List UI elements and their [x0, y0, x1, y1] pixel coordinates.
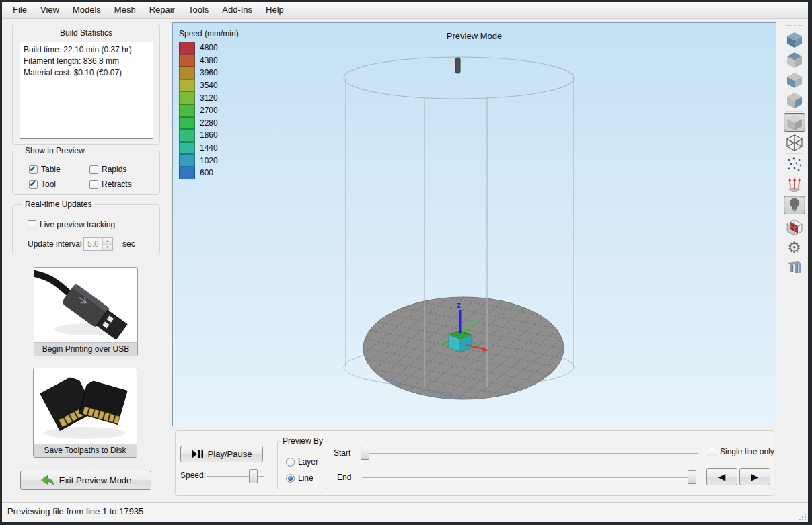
play-pause-button[interactable]: Play/Pause — [180, 446, 263, 462]
start-slider-thumb[interactable] — [361, 446, 369, 460]
menu-item-file[interactable]: File — [6, 2, 34, 18]
legend-entry: 1860 — [179, 129, 239, 142]
line-radio-row[interactable]: Line — [286, 473, 313, 483]
preview-mode-title: Preview Mode — [173, 31, 776, 41]
legend-entry: 4380 — [179, 54, 239, 67]
menu-item-repair[interactable]: Repair — [143, 2, 182, 18]
stat-filament-length: Filament length: 836.8 mm — [24, 56, 149, 67]
live-preview-checkbox[interactable] — [28, 220, 36, 229]
preview-controls: Play/Pause Speed: Preview By Layer Line … — [172, 426, 778, 502]
spin-down-icon[interactable]: ▼ — [103, 245, 112, 251]
retracts-checkbox-label: Retracts — [102, 179, 132, 189]
menu-item-models[interactable]: Models — [66, 2, 108, 18]
legend-color-swatch — [179, 79, 195, 92]
legend-color-swatch — [179, 42, 195, 54]
controls-panel — [175, 430, 774, 496]
point-view-icon[interactable] — [784, 155, 805, 174]
legend-color-swatch — [179, 167, 195, 179]
line-radio[interactable] — [286, 474, 295, 483]
show-in-preview-title: Show in Preview — [22, 146, 87, 155]
menu-item-addins[interactable]: Add-Ins — [215, 2, 259, 18]
build-statistics-box: Build time: 22.10 min (0.37 hr) Filament… — [20, 42, 153, 139]
legend-value: 600 — [200, 168, 213, 177]
green-back-arrow-icon — [40, 475, 54, 486]
save-toolpaths-button[interactable]: Save Toolpaths to Disk — [33, 368, 137, 458]
view-default-cube-icon[interactable] — [784, 30, 805, 49]
speed-legend-title: Speed (mm/min) — [179, 29, 239, 38]
stat-build-time: Build time: 22.10 min (0.37 hr) — [24, 44, 149, 56]
settings-gear-icon[interactable]: ⚙ — [784, 238, 805, 257]
legend-value: 1860 — [200, 130, 218, 140]
update-interval-spinner[interactable]: 5.0 ▲ ▼ — [83, 237, 113, 251]
single-line-label: Single line only — [720, 447, 774, 456]
support-structures-icon[interactable] — [784, 258, 805, 277]
legend-value: 3540 — [200, 81, 218, 90]
single-line-row[interactable]: Single line only — [708, 447, 774, 456]
update-interval-spin-buttons[interactable]: ▲ ▼ — [102, 238, 112, 250]
legend-color-swatch — [179, 142, 195, 155]
show-in-preview-group: Show in Preview Table Rapids Tool Retrac… — [12, 151, 160, 195]
end-slider-track[interactable] — [362, 477, 696, 479]
live-preview-label: Live preview tracking — [40, 220, 115, 229]
rapids-checkbox-row[interactable]: Rapids — [89, 165, 126, 174]
retracts-checkbox[interactable] — [89, 180, 98, 189]
legend-entry: 600 — [179, 167, 239, 179]
3d-preview-viewport[interactable]: Preview Mode Speed (mm/min) 480043803960… — [172, 22, 776, 426]
layer-radio-label: Layer — [298, 457, 318, 467]
menu-item-help[interactable]: Help — [259, 2, 291, 18]
cross-section-icon[interactable] — [784, 218, 805, 237]
toolbar-separator — [786, 153, 803, 154]
exit-preview-button[interactable]: Exit Preview Mode — [20, 471, 151, 490]
start-slider-track[interactable] — [362, 453, 698, 454]
surface-normals-icon[interactable] — [784, 175, 805, 194]
legend-value: 4380 — [200, 56, 218, 65]
menu-item-mesh[interactable]: Mesh — [108, 2, 143, 18]
legend-value: 3960 — [200, 68, 218, 77]
menu-item-tools[interactable]: Tools — [182, 2, 215, 18]
speed-slider-thumb[interactable] — [249, 469, 258, 483]
legend-entry: 3960 — [179, 67, 239, 79]
build-volume-scene[interactable]: z — [173, 23, 777, 427]
view-top-cube-icon[interactable] — [784, 50, 805, 69]
step-forward-button[interactable]: ▶ — [739, 468, 770, 485]
toolbar-separator — [786, 111, 803, 112]
single-line-checkbox[interactable] — [708, 448, 716, 456]
disk-button-label: Save Toolpaths to Disk — [34, 444, 137, 457]
table-checkbox[interactable] — [29, 165, 38, 174]
begin-printing-usb-button[interactable]: Begin Printing over USB — [34, 267, 138, 356]
toolbar-drag-handle[interactable] — [780, 22, 808, 29]
table-checkbox-row[interactable]: Table — [29, 165, 61, 174]
retracts-checkbox-row[interactable]: Retracts — [89, 179, 132, 189]
legend-color-swatch — [179, 129, 195, 142]
view-side-cube-icon[interactable] — [784, 91, 805, 110]
wireframe-view-icon[interactable] — [784, 133, 805, 152]
stat-material-cost: Material cost: $0.10 (€0.07) — [24, 67, 149, 79]
shaded-view-bulb-icon[interactable] — [784, 196, 805, 214]
spin-up-icon[interactable]: ▲ — [103, 238, 112, 245]
legend-color-swatch — [179, 154, 195, 167]
legend-value: 3120 — [200, 93, 218, 103]
live-preview-row[interactable]: Live preview tracking — [28, 220, 115, 229]
legend-entry: 4800 — [179, 42, 239, 54]
legend-color-swatch — [179, 91, 195, 104]
view-perspective-cube-icon[interactable] — [784, 113, 805, 132]
layer-radio[interactable] — [286, 458, 295, 467]
rapids-checkbox[interactable] — [89, 165, 98, 174]
legend-color-swatch — [179, 104, 195, 117]
tool-checkbox-row[interactable]: Tool — [29, 179, 56, 189]
menu-item-view[interactable]: View — [34, 2, 66, 18]
layer-radio-row[interactable]: Layer — [286, 457, 318, 467]
resize-grip[interactable] — [797, 512, 806, 520]
usb-button-label: Begin Printing over USB — [34, 342, 137, 356]
view-front-cube-icon[interactable] — [784, 71, 805, 89]
legend-entry: 2700 — [179, 104, 239, 117]
tool-checkbox[interactable] — [29, 180, 38, 189]
speed-legend-rows: 4800438039603540312027002280186014401020… — [179, 42, 239, 179]
end-slider-thumb[interactable] — [688, 470, 696, 484]
step-backward-button[interactable]: ◀ — [706, 468, 737, 485]
exit-preview-label: Exit Preview Mode — [59, 475, 132, 485]
status-bar: Previewing file from line 1 to 17935 — [2, 502, 808, 522]
view-toolbar: ⚙ — [780, 22, 808, 502]
update-interval-unit: sec — [122, 239, 135, 249]
preview-by-title: Preview By — [281, 436, 325, 446]
